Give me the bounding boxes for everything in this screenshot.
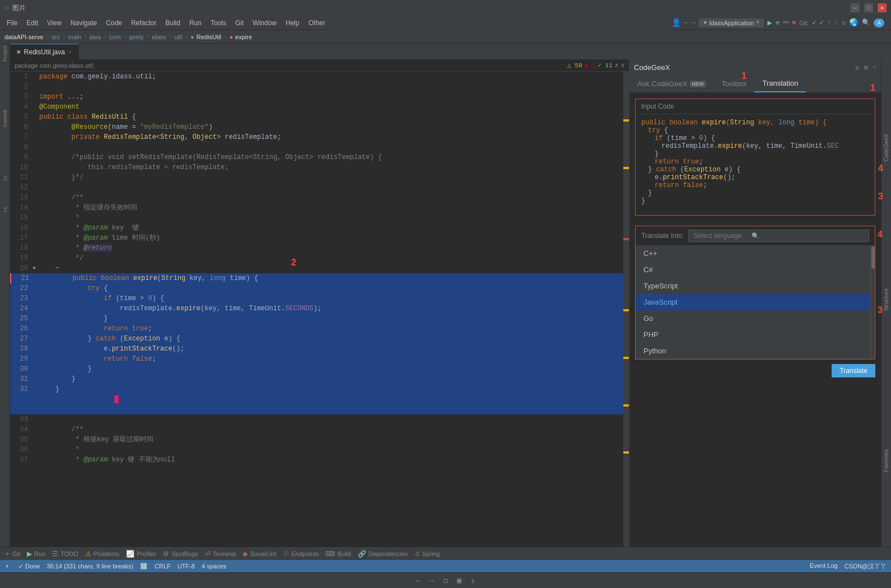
lang-typescript[interactable]: TypeScript xyxy=(636,278,870,294)
git-check1[interactable]: ✓ xyxy=(812,18,816,27)
code-line: 30 } xyxy=(10,364,623,374)
menu-build[interactable]: Build xyxy=(161,18,185,28)
forward-nav-icon[interactable]: → xyxy=(430,576,434,585)
bottom-run[interactable]: ▶ Run xyxy=(27,550,45,558)
bottom-spring[interactable]: ♫ Spring xyxy=(414,550,440,558)
menu-help[interactable]: Help xyxy=(281,18,304,28)
user-icon[interactable]: 👤 xyxy=(671,18,681,27)
code-line: 13 /** xyxy=(10,193,623,203)
menu-navigate[interactable]: Navigate xyxy=(66,18,101,28)
codegee-tabs: Ask CodeGeeX NEW Toolbox Translation xyxy=(629,75,881,93)
code-line: 5 public class RedisUtil { xyxy=(10,112,623,122)
minimize-btn[interactable]: — xyxy=(851,3,860,12)
status-indent[interactable]: 4 spaces xyxy=(202,563,226,570)
lang-go[interactable]: Go xyxy=(636,310,870,326)
bottom-sonarlint[interactable]: ◈ SonarLint xyxy=(242,550,276,558)
forward-btn[interactable]: → xyxy=(692,19,696,27)
lang-php[interactable]: PHP xyxy=(636,326,870,343)
sidebar-codegee-label[interactable]: CodeGeeX xyxy=(883,134,889,161)
download-icon[interactable]: ⇓ xyxy=(470,576,475,585)
tab-redisutil[interactable]: ■ RedisUtil.java ✕ xyxy=(10,44,79,59)
input-code-content: public boolean expire(String key, long t… xyxy=(636,114,875,215)
back-btn[interactable]: ← xyxy=(684,19,688,27)
translate-button[interactable]: Translate xyxy=(832,364,875,377)
status-event-log[interactable]: Event Log xyxy=(810,562,838,571)
editor-scrollbar[interactable] xyxy=(623,72,629,547)
tab-toolbox[interactable]: Toolbox xyxy=(714,75,755,92)
maximize-btn[interactable]: □ xyxy=(864,3,873,12)
sidebar-commit-icon[interactable]: Commit xyxy=(2,110,8,127)
bottom-problems[interactable]: ⚠ Problems xyxy=(85,550,119,558)
app-logo: ○ xyxy=(4,4,9,12)
codegee-refresh-icon[interactable]: ↻ xyxy=(855,63,859,72)
git-arrow-down[interactable]: ↓ xyxy=(834,19,838,27)
split-icon[interactable]: ◻ xyxy=(443,576,447,585)
bottom-build[interactable]: ⌨ Build xyxy=(325,550,351,558)
codegee-settings-icon[interactable]: ⚙ xyxy=(864,63,868,72)
menu-file[interactable]: File xyxy=(2,18,22,28)
close-btn[interactable]: ✕ xyxy=(878,3,887,12)
menu-window[interactable]: Window xyxy=(248,18,281,28)
status-eol[interactable]: CRLF xyxy=(155,563,171,570)
sidebar-lc-icon[interactable]: Lc xyxy=(2,175,8,181)
tab-close-btn[interactable]: ✕ xyxy=(68,49,72,55)
sidebar-structure-label[interactable]: Structure xyxy=(883,288,889,311)
menu-code[interactable]: Code xyxy=(101,18,127,28)
lang-javascript[interactable]: JavaScript xyxy=(636,294,870,310)
expand-icon[interactable]: ∧ xyxy=(615,62,619,69)
search-icon[interactable]: 🔍 xyxy=(862,18,870,27)
menu-run[interactable]: Run xyxy=(185,18,206,28)
tab-icon: ■ xyxy=(17,49,21,55)
collapse-icon[interactable]: ∨ xyxy=(621,62,624,69)
user-avatar[interactable]: A xyxy=(874,18,884,27)
menu-view[interactable]: View xyxy=(43,18,66,28)
lang-cpp[interactable]: C++ xyxy=(636,245,870,262)
bottom-profiler[interactable]: 📈 Profiler xyxy=(126,550,156,558)
git-arrow-up[interactable]: ↑ xyxy=(827,19,831,27)
lang-list-scrollbar[interactable] xyxy=(870,245,875,359)
tab-translation[interactable]: Translation xyxy=(754,75,806,92)
menu-edit[interactable]: Edit xyxy=(22,18,43,28)
code-line: 33 xyxy=(10,414,623,424)
menu-git[interactable]: Git xyxy=(231,18,248,28)
codegee-close-icon[interactable]: − xyxy=(873,63,876,72)
sidebar-leetcode-icon[interactable]: Lc xyxy=(2,207,8,212)
bottom-dependencies[interactable]: 🔗 Dependencies xyxy=(358,550,408,558)
run-config-label[interactable]: IdassApplication xyxy=(709,20,754,26)
status-done[interactable]: ✓ Done xyxy=(18,563,40,570)
lang-csharp[interactable]: C# xyxy=(636,262,870,278)
bottom-endpoints[interactable]: ⚐ Endpoints xyxy=(283,550,319,558)
menu-refactor[interactable]: Refactor xyxy=(127,18,161,28)
status-position[interactable]: 36:14 (331 chars, 9 line breaks) xyxy=(46,563,133,570)
run-btn[interactable]: ▶ xyxy=(767,18,772,27)
bottom-git[interactable]: ⚬ Git xyxy=(4,550,20,558)
bottom-terminal[interactable]: ⏎ Terminal xyxy=(205,550,236,558)
code-line: 15 * xyxy=(10,213,623,223)
copy-icon[interactable]: ▣ xyxy=(457,576,461,585)
codegee-header-actions: ↻ ⚙ − xyxy=(855,63,876,72)
build-btn[interactable]: ⚯ xyxy=(783,18,789,27)
language-select-input[interactable]: 🔍 xyxy=(688,230,869,242)
status-encoding[interactable]: UTF-8 xyxy=(178,563,195,570)
menu-tools[interactable]: Tools xyxy=(206,18,231,28)
back-nav-icon[interactable]: ← xyxy=(416,576,420,585)
sidebar-project-icon[interactable]: Project xyxy=(2,46,8,62)
stop-btn[interactable]: ■ xyxy=(792,19,796,27)
run-config-arrow[interactable]: ▼ xyxy=(756,20,759,26)
debug-btn[interactable]: ⚒ xyxy=(776,18,780,27)
status-right: Event Log CSDN@汉丫丫 xyxy=(810,562,887,571)
lang-python[interactable]: Python xyxy=(636,343,870,359)
code-line: 11 }*/ xyxy=(10,172,623,183)
menu-other[interactable]: Other xyxy=(304,18,330,28)
bottom-todo[interactable]: ☰ TODO xyxy=(52,550,78,558)
code-line: 6 @Resource(name = "myRedisTemplate") xyxy=(10,122,623,132)
sidebar-favorites-label[interactable]: Favorites xyxy=(883,449,889,472)
tab-ask-codegee[interactable]: Ask CodeGeeX NEW xyxy=(629,75,714,92)
build-icon: ⌨ xyxy=(325,550,335,558)
bottom-spotbugs[interactable]: ⚙ SpotBugs xyxy=(163,550,198,558)
translate-icon[interactable]: 🌏 xyxy=(849,18,859,27)
code-toolbar: package com.geely.idass.util; △ 59 ▲ 1 ✓… xyxy=(10,59,629,72)
git-refresh[interactable]: ↻ xyxy=(842,18,846,27)
git-check2[interactable]: ✓ xyxy=(820,18,824,27)
language-search-input[interactable] xyxy=(693,232,749,240)
